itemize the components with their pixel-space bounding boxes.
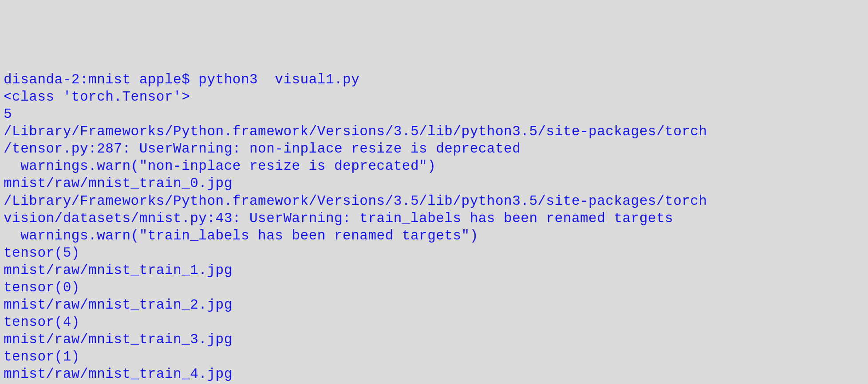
terminal-line: mnist/raw/mnist_train_2.jpg <box>4 296 864 313</box>
terminal-output[interactable]: disanda-2:mnist apple$ python3 visual1.p… <box>4 71 864 384</box>
terminal-line: mnist/raw/mnist_train_3.jpg <box>4 331 864 348</box>
terminal-line: warnings.warn("train_labels has been ren… <box>4 227 864 244</box>
terminal-line: /tensor.py:287: UserWarning: non-inplace… <box>4 140 864 157</box>
terminal-line: tensor(1) <box>4 348 864 365</box>
terminal-line: /Library/Frameworks/Python.framework/Ver… <box>4 192 864 210</box>
terminal-line: disanda-2:mnist apple$ python3 visual1.p… <box>4 71 864 88</box>
terminal-line: tensor(5) <box>4 244 864 262</box>
terminal-line: vision/datasets/mnist.py:43: UserWarning… <box>4 210 864 227</box>
terminal-line: /Library/Frameworks/Python.framework/Ver… <box>4 123 864 140</box>
terminal-line: mnist/raw/mnist_train_0.jpg <box>4 175 864 192</box>
terminal-line: mnist/raw/mnist_train_1.jpg <box>4 262 864 279</box>
terminal-line: mnist/raw/mnist_train_4.jpg <box>4 365 864 383</box>
terminal-line: warnings.warn("non-inplace resize is dep… <box>4 157 864 175</box>
terminal-line: <class 'torch.Tensor'> <box>4 88 864 106</box>
terminal-line: 5 <box>4 106 864 123</box>
terminal-line: tensor(0) <box>4 279 864 296</box>
terminal-line: tensor(4) <box>4 313 864 331</box>
